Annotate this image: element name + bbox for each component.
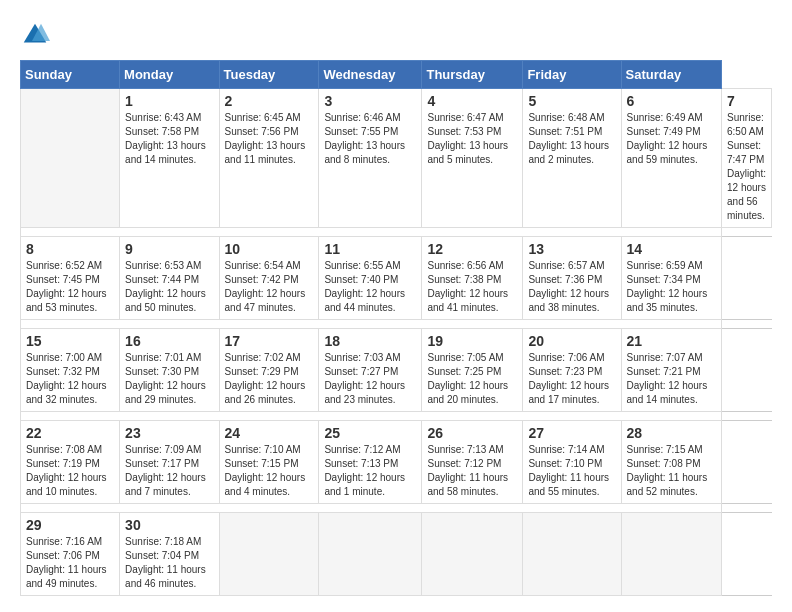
- day-number: 7: [727, 93, 766, 109]
- calendar-header-row: SundayMondayTuesdayWednesdayThursdayFrid…: [21, 61, 772, 89]
- day-number: 3: [324, 93, 416, 109]
- calendar-cell: 27Sunrise: 7:14 AMSunset: 7:10 PMDayligh…: [523, 421, 621, 504]
- day-number: 29: [26, 517, 114, 533]
- day-info: Sunrise: 6:47 AMSunset: 7:53 PMDaylight:…: [427, 111, 517, 167]
- day-number: 9: [125, 241, 213, 257]
- weekday-header-monday: Monday: [120, 61, 219, 89]
- day-info: Sunrise: 7:02 AMSunset: 7:29 PMDaylight:…: [225, 351, 314, 407]
- weekday-header-thursday: Thursday: [422, 61, 523, 89]
- day-info: Sunrise: 6:49 AMSunset: 7:49 PMDaylight:…: [627, 111, 716, 167]
- day-info: Sunrise: 7:16 AMSunset: 7:06 PMDaylight:…: [26, 535, 114, 591]
- calendar-cell: 16Sunrise: 7:01 AMSunset: 7:30 PMDayligh…: [120, 329, 219, 412]
- calendar-cell: 5Sunrise: 6:48 AMSunset: 7:51 PMDaylight…: [523, 89, 621, 228]
- row-separator: [21, 504, 772, 513]
- calendar-cell: 2Sunrise: 6:45 AMSunset: 7:56 PMDaylight…: [219, 89, 319, 228]
- calendar-cell: [319, 513, 422, 596]
- weekday-header-saturday: Saturday: [621, 61, 721, 89]
- day-number: 18: [324, 333, 416, 349]
- day-number: 12: [427, 241, 517, 257]
- calendar-cell: 26Sunrise: 7:13 AMSunset: 7:12 PMDayligh…: [422, 421, 523, 504]
- row-separator: [21, 412, 772, 421]
- day-number: 14: [627, 241, 716, 257]
- day-info: Sunrise: 7:12 AMSunset: 7:13 PMDaylight:…: [324, 443, 416, 499]
- weekday-header-wednesday: Wednesday: [319, 61, 422, 89]
- calendar-week-row: 29Sunrise: 7:16 AMSunset: 7:06 PMDayligh…: [21, 513, 772, 596]
- day-info: Sunrise: 6:48 AMSunset: 7:51 PMDaylight:…: [528, 111, 615, 167]
- day-info: Sunrise: 6:57 AMSunset: 7:36 PMDaylight:…: [528, 259, 615, 315]
- day-number: 13: [528, 241, 615, 257]
- day-info: Sunrise: 7:08 AMSunset: 7:19 PMDaylight:…: [26, 443, 114, 499]
- day-info: Sunrise: 7:09 AMSunset: 7:17 PMDaylight:…: [125, 443, 213, 499]
- day-info: Sunrise: 7:01 AMSunset: 7:30 PMDaylight:…: [125, 351, 213, 407]
- day-info: Sunrise: 7:14 AMSunset: 7:10 PMDaylight:…: [528, 443, 615, 499]
- calendar-cell: 30Sunrise: 7:18 AMSunset: 7:04 PMDayligh…: [120, 513, 219, 596]
- calendar-cell: 17Sunrise: 7:02 AMSunset: 7:29 PMDayligh…: [219, 329, 319, 412]
- day-info: Sunrise: 7:00 AMSunset: 7:32 PMDaylight:…: [26, 351, 114, 407]
- day-info: Sunrise: 6:54 AMSunset: 7:42 PMDaylight:…: [225, 259, 314, 315]
- weekday-header-friday: Friday: [523, 61, 621, 89]
- calendar-cell: 4Sunrise: 6:47 AMSunset: 7:53 PMDaylight…: [422, 89, 523, 228]
- calendar-cell: 19Sunrise: 7:05 AMSunset: 7:25 PMDayligh…: [422, 329, 523, 412]
- day-number: 19: [427, 333, 517, 349]
- calendar-cell: 7Sunrise: 6:50 AMSunset: 7:47 PMDaylight…: [722, 89, 772, 228]
- row-separator: [21, 228, 772, 237]
- day-number: 15: [26, 333, 114, 349]
- calendar-cell: 13Sunrise: 6:57 AMSunset: 7:36 PMDayligh…: [523, 237, 621, 320]
- day-number: 26: [427, 425, 517, 441]
- logo-icon: [20, 20, 50, 50]
- calendar-cell: 11Sunrise: 6:55 AMSunset: 7:40 PMDayligh…: [319, 237, 422, 320]
- calendar-cell: [219, 513, 319, 596]
- calendar-cell: 18Sunrise: 7:03 AMSunset: 7:27 PMDayligh…: [319, 329, 422, 412]
- row-separator: [21, 320, 772, 329]
- day-info: Sunrise: 6:53 AMSunset: 7:44 PMDaylight:…: [125, 259, 213, 315]
- calendar-cell: 14Sunrise: 6:59 AMSunset: 7:34 PMDayligh…: [621, 237, 721, 320]
- day-info: Sunrise: 7:07 AMSunset: 7:21 PMDaylight:…: [627, 351, 716, 407]
- calendar-cell: 23Sunrise: 7:09 AMSunset: 7:17 PMDayligh…: [120, 421, 219, 504]
- day-info: Sunrise: 6:52 AMSunset: 7:45 PMDaylight:…: [26, 259, 114, 315]
- day-info: Sunrise: 6:46 AMSunset: 7:55 PMDaylight:…: [324, 111, 416, 167]
- day-info: Sunrise: 6:50 AMSunset: 7:47 PMDaylight:…: [727, 111, 766, 223]
- calendar-cell: 9Sunrise: 6:53 AMSunset: 7:44 PMDaylight…: [120, 237, 219, 320]
- calendar-cell: 20Sunrise: 7:06 AMSunset: 7:23 PMDayligh…: [523, 329, 621, 412]
- calendar-week-row: 8Sunrise: 6:52 AMSunset: 7:45 PMDaylight…: [21, 237, 772, 320]
- weekday-header-tuesday: Tuesday: [219, 61, 319, 89]
- day-number: 8: [26, 241, 114, 257]
- day-number: 16: [125, 333, 213, 349]
- day-number: 17: [225, 333, 314, 349]
- day-info: Sunrise: 7:05 AMSunset: 7:25 PMDaylight:…: [427, 351, 517, 407]
- day-number: 20: [528, 333, 615, 349]
- calendar-cell: [523, 513, 621, 596]
- day-number: 22: [26, 425, 114, 441]
- calendar-cell: 8Sunrise: 6:52 AMSunset: 7:45 PMDaylight…: [21, 237, 120, 320]
- day-number: 6: [627, 93, 716, 109]
- day-info: Sunrise: 6:55 AMSunset: 7:40 PMDaylight:…: [324, 259, 416, 315]
- day-info: Sunrise: 7:10 AMSunset: 7:15 PMDaylight:…: [225, 443, 314, 499]
- calendar-cell: 6Sunrise: 6:49 AMSunset: 7:49 PMDaylight…: [621, 89, 721, 228]
- calendar: SundayMondayTuesdayWednesdayThursdayFrid…: [20, 60, 772, 596]
- day-number: 24: [225, 425, 314, 441]
- calendar-cell: 3Sunrise: 6:46 AMSunset: 7:55 PMDaylight…: [319, 89, 422, 228]
- calendar-cell: 15Sunrise: 7:00 AMSunset: 7:32 PMDayligh…: [21, 329, 120, 412]
- calendar-cell: [21, 89, 120, 228]
- day-number: 11: [324, 241, 416, 257]
- calendar-cell: [422, 513, 523, 596]
- day-number: 10: [225, 241, 314, 257]
- day-info: Sunrise: 6:59 AMSunset: 7:34 PMDaylight:…: [627, 259, 716, 315]
- day-number: 1: [125, 93, 213, 109]
- day-number: 4: [427, 93, 517, 109]
- day-number: 5: [528, 93, 615, 109]
- calendar-cell: 28Sunrise: 7:15 AMSunset: 7:08 PMDayligh…: [621, 421, 721, 504]
- day-number: 2: [225, 93, 314, 109]
- calendar-cell: 10Sunrise: 6:54 AMSunset: 7:42 PMDayligh…: [219, 237, 319, 320]
- logo: [20, 20, 54, 50]
- calendar-week-row: 22Sunrise: 7:08 AMSunset: 7:19 PMDayligh…: [21, 421, 772, 504]
- day-info: Sunrise: 6:43 AMSunset: 7:58 PMDaylight:…: [125, 111, 213, 167]
- day-info: Sunrise: 7:18 AMSunset: 7:04 PMDaylight:…: [125, 535, 213, 591]
- calendar-cell: 22Sunrise: 7:08 AMSunset: 7:19 PMDayligh…: [21, 421, 120, 504]
- day-number: 27: [528, 425, 615, 441]
- calendar-cell: [621, 513, 721, 596]
- day-number: 28: [627, 425, 716, 441]
- day-info: Sunrise: 7:03 AMSunset: 7:27 PMDaylight:…: [324, 351, 416, 407]
- day-info: Sunrise: 7:15 AMSunset: 7:08 PMDaylight:…: [627, 443, 716, 499]
- calendar-cell: 29Sunrise: 7:16 AMSunset: 7:06 PMDayligh…: [21, 513, 120, 596]
